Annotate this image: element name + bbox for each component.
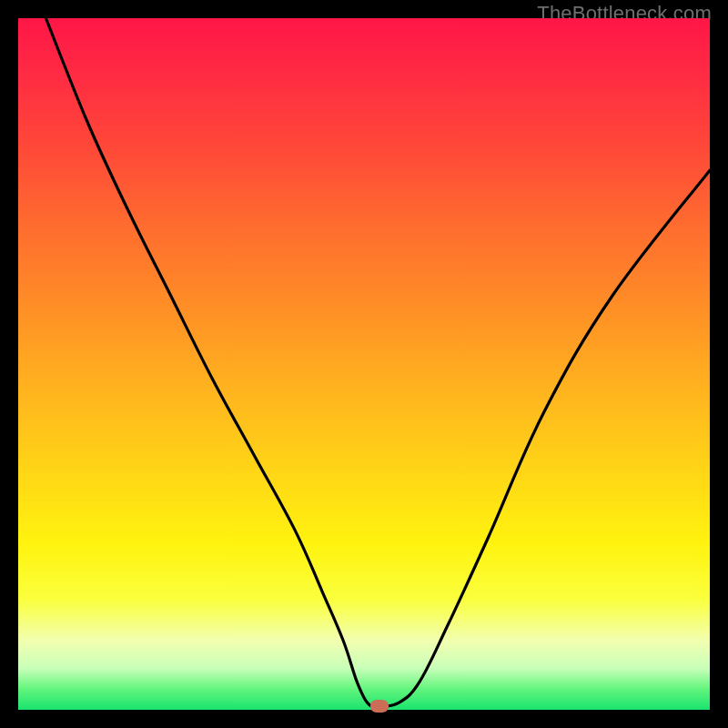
plot-area <box>18 18 710 710</box>
curve-path <box>46 18 710 706</box>
chart-frame: TheBottleneck.com <box>0 0 728 728</box>
optimum-marker <box>370 700 389 713</box>
bottleneck-curve <box>18 18 710 710</box>
